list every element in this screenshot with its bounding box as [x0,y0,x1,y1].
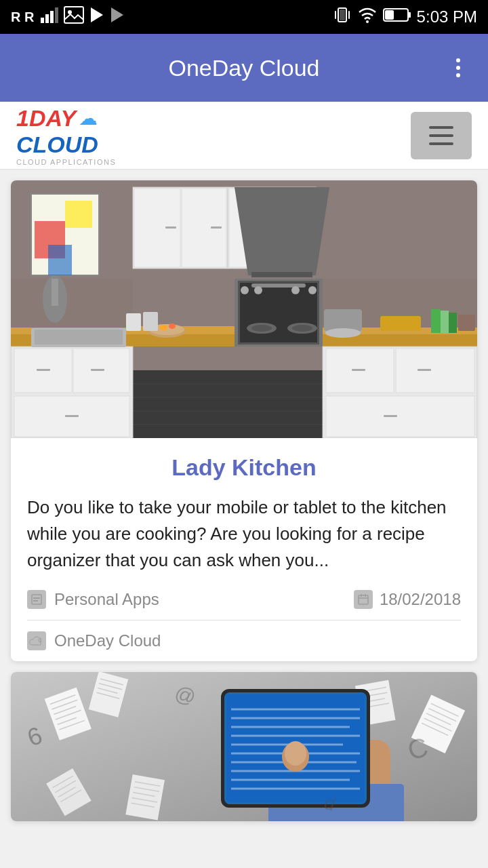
logo-cloud-symbol: ☁ [79,107,98,130]
dot-3 [456,73,460,77]
article-date-section: 18/02/2018 [354,590,461,609]
svg-rect-28 [211,226,222,229]
svg-rect-3 [55,7,58,23]
status-left: R R [11,5,125,28]
svg-point-80 [169,323,176,329]
logo-cloud-text: CLOUD [16,132,98,158]
signal-bars [39,5,58,28]
svg-rect-38 [11,279,133,328]
app-bar: OneDay Cloud [0,34,488,102]
wifi-icon [357,7,378,27]
svg-rect-63 [352,369,365,371]
svg-rect-64 [418,369,431,371]
vibrate-icon [333,5,352,28]
svg-rect-61 [396,349,474,393]
article-author-1: OneDay Cloud [54,631,161,650]
svg-marker-7 [111,7,123,22]
article-date-1: 18/02/2018 [380,590,461,609]
status-bar: R R [0,0,488,34]
svg-rect-82 [143,312,158,331]
article-image-1 [11,180,477,438]
logo-sub: CLOUD APPLICATIONS [16,158,116,166]
svg-rect-34 [65,201,92,228]
cloud-icon [27,631,46,650]
svg-rect-70 [441,311,449,333]
svg-rect-85 [33,597,40,599]
svg-rect-65 [384,415,397,417]
logo-bar: 1DAY ☁ CLOUD CLOUD APPLICATIONS [0,102,488,170]
status-right: 5:03 PM [333,5,477,28]
svg-rect-0 [41,18,44,23]
article-title-1[interactable]: Lady Kitchen [27,454,461,481]
svg-rect-1 [45,14,49,23]
svg-point-83 [325,328,361,338]
article-meta-row-1: Personal Apps 18/02/2018 [27,590,461,609]
carrier-text: R R [11,9,34,25]
svg-rect-81 [126,313,141,331]
svg-rect-72 [458,315,475,331]
calendar-icon [354,590,373,609]
svg-point-57 [291,286,300,294]
svg-rect-46 [65,415,79,417]
svg-rect-45 [91,369,104,371]
svg-rect-44 [37,369,50,371]
svg-rect-2 [50,11,54,23]
svg-rect-86 [33,600,38,601]
svg-marker-30 [235,187,329,275]
dot-2 [456,66,460,70]
svg-point-74 [251,325,272,332]
article-card-1[interactable]: Lady Kitchen Do you like to take your mo… [11,180,477,661]
article-excerpt-1: Do you like to take your mobile or table… [27,494,461,574]
more-options-button[interactable] [445,58,472,77]
logo-1day: 1DAY [16,105,76,132]
content-area: Lady Kitchen Do you like to take your mo… [0,180,488,821]
svg-rect-4 [64,7,83,23]
svg-point-58 [308,286,317,294]
battery-icon [383,7,411,26]
svg-rect-69 [431,309,441,333]
svg-rect-9 [335,11,336,19]
article-body-1: Lady Kitchen Do you like to take your mo… [11,438,477,661]
svg-point-5 [68,10,72,14]
svg-rect-62 [326,396,474,437]
svg-point-76 [292,325,312,332]
dot-1 [456,58,460,62]
svg-point-12 [366,20,369,23]
svg-point-56 [254,286,262,294]
hamburger-menu-button[interactable] [411,112,472,159]
play-icon-2 [110,6,125,28]
article-meta-row-2: OneDay Cloud [27,626,461,650]
svg-rect-87 [359,595,368,604]
divider [27,620,461,620]
svg-rect-71 [449,313,457,333]
article-category-1[interactable]: Personal Apps [54,590,159,609]
svg-marker-6 [91,7,103,22]
svg-rect-48 [35,330,123,344]
category-icon [27,590,46,609]
svg-rect-27 [165,226,176,229]
image-icon [64,6,84,28]
svg-rect-10 [348,11,350,19]
svg-rect-14 [408,12,411,18]
hamburger-icon [429,126,453,145]
svg-point-79 [159,325,167,330]
svg-rect-50 [52,279,58,306]
play-icon [89,6,104,28]
app-title: OneDay Cloud [43,55,445,81]
svg-rect-68 [380,316,421,331]
svg-point-143 [285,741,306,766]
article-card-2[interactable]: 6 @ C d [11,672,477,821]
svg-rect-35 [48,245,72,275]
svg-rect-120 [125,774,165,820]
svg-rect-84 [32,595,41,604]
svg-rect-15 [385,10,394,20]
svg-rect-67 [324,309,362,331]
svg-rect-31 [251,272,312,277]
svg-rect-11 [340,9,345,20]
logo[interactable]: 1DAY ☁ CLOUD CLOUD APPLICATIONS [16,105,116,166]
svg-rect-53 [240,283,317,342]
svg-point-55 [241,286,249,294]
time-display: 5:03 PM [417,7,477,26]
